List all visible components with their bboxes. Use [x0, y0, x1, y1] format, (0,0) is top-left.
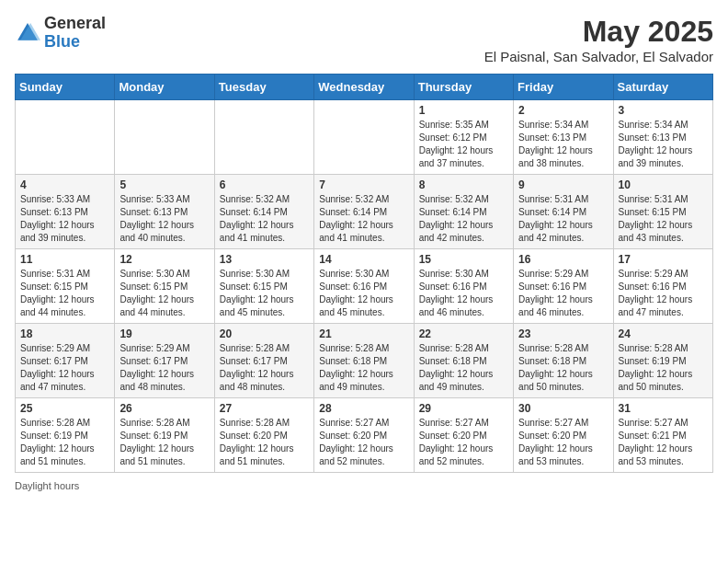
- day-info: Sunrise: 5:27 AMSunset: 6:21 PMDaylight:…: [619, 417, 708, 468]
- logo: General Blue: [15, 15, 106, 52]
- day-cell: 15Sunrise: 5:30 AMSunset: 6:16 PMDayligh…: [414, 249, 513, 324]
- day-info: Sunrise: 5:28 AMSunset: 6:20 PMDaylight:…: [220, 417, 309, 468]
- col-header-thursday: Thursday: [414, 75, 513, 100]
- day-info: Sunrise: 5:35 AMSunset: 6:12 PMDaylight:…: [419, 119, 508, 170]
- day-cell: [314, 100, 414, 175]
- daylight-label: Daylight hours: [15, 480, 79, 491]
- day-info: Sunrise: 5:32 AMSunset: 6:14 PMDaylight:…: [319, 193, 408, 245]
- day-number: 14: [319, 253, 408, 266]
- week-row-3: 18Sunrise: 5:29 AMSunset: 6:17 PMDayligh…: [16, 324, 713, 398]
- day-cell: 7Sunrise: 5:32 AMSunset: 6:14 PMDaylight…: [314, 175, 414, 249]
- day-info: Sunrise: 5:28 AMSunset: 6:17 PMDaylight:…: [220, 342, 309, 394]
- day-cell: 17Sunrise: 5:29 AMSunset: 6:16 PMDayligh…: [613, 249, 712, 324]
- day-number: 2: [518, 104, 608, 117]
- week-row-0: 1Sunrise: 5:35 AMSunset: 6:12 PMDaylight…: [16, 100, 713, 175]
- day-cell: 12Sunrise: 5:30 AMSunset: 6:15 PMDayligh…: [115, 249, 214, 324]
- day-cell: 18Sunrise: 5:29 AMSunset: 6:17 PMDayligh…: [16, 324, 115, 398]
- day-info: Sunrise: 5:30 AMSunset: 6:15 PMDaylight:…: [220, 268, 309, 319]
- col-header-monday: Monday: [115, 75, 214, 100]
- title-area: May 2025 El Paisnal, San Salvador, El Sa…: [484, 15, 713, 64]
- day-info: Sunrise: 5:30 AMSunset: 6:15 PMDaylight:…: [119, 268, 209, 319]
- day-number: 16: [518, 253, 608, 266]
- day-number: 30: [518, 402, 608, 415]
- day-info: Sunrise: 5:27 AMSunset: 6:20 PMDaylight:…: [319, 417, 408, 468]
- calendar: SundayMondayTuesdayWednesdayThursdayFrid…: [15, 74, 713, 473]
- day-cell: 2Sunrise: 5:34 AMSunset: 6:13 PMDaylight…: [514, 100, 613, 175]
- logo-icon: [15, 20, 40, 46]
- day-cell: 24Sunrise: 5:28 AMSunset: 6:19 PMDayligh…: [613, 324, 712, 398]
- day-number: 3: [619, 104, 708, 117]
- day-info: Sunrise: 5:27 AMSunset: 6:20 PMDaylight:…: [518, 417, 608, 468]
- day-number: 10: [619, 178, 708, 191]
- day-info: Sunrise: 5:30 AMSunset: 6:16 PMDaylight:…: [419, 268, 508, 319]
- day-cell: 22Sunrise: 5:28 AMSunset: 6:18 PMDayligh…: [414, 324, 513, 398]
- day-cell: 26Sunrise: 5:28 AMSunset: 6:19 PMDayligh…: [115, 398, 214, 473]
- day-info: Sunrise: 5:33 AMSunset: 6:13 PMDaylight:…: [119, 193, 209, 245]
- month-year: May 2025: [484, 15, 713, 49]
- day-number: 15: [419, 253, 508, 266]
- day-cell: 14Sunrise: 5:30 AMSunset: 6:16 PMDayligh…: [314, 249, 414, 324]
- logo-general: General: [44, 15, 106, 33]
- day-cell: 8Sunrise: 5:32 AMSunset: 6:14 PMDaylight…: [414, 175, 513, 249]
- day-number: 19: [119, 327, 209, 340]
- day-info: Sunrise: 5:31 AMSunset: 6:15 PMDaylight:…: [619, 193, 708, 245]
- day-cell: 20Sunrise: 5:28 AMSunset: 6:17 PMDayligh…: [214, 324, 313, 398]
- day-cell: 31Sunrise: 5:27 AMSunset: 6:21 PMDayligh…: [613, 398, 712, 473]
- col-header-wednesday: Wednesday: [314, 75, 414, 100]
- day-number: 21: [319, 327, 408, 340]
- col-header-tuesday: Tuesday: [214, 75, 313, 100]
- day-cell: 6Sunrise: 5:32 AMSunset: 6:14 PMDaylight…: [214, 175, 313, 249]
- day-number: 5: [119, 178, 209, 191]
- day-cell: 1Sunrise: 5:35 AMSunset: 6:12 PMDaylight…: [414, 100, 513, 175]
- day-info: Sunrise: 5:33 AMSunset: 6:13 PMDaylight:…: [20, 193, 109, 245]
- day-number: 22: [419, 327, 508, 340]
- day-cell: 21Sunrise: 5:28 AMSunset: 6:18 PMDayligh…: [314, 324, 414, 398]
- day-info: Sunrise: 5:29 AMSunset: 6:16 PMDaylight:…: [518, 268, 608, 319]
- day-cell: 23Sunrise: 5:28 AMSunset: 6:18 PMDayligh…: [514, 324, 613, 398]
- day-info: Sunrise: 5:29 AMSunset: 6:16 PMDaylight:…: [619, 268, 708, 319]
- day-cell: 28Sunrise: 5:27 AMSunset: 6:20 PMDayligh…: [314, 398, 414, 473]
- week-row-1: 4Sunrise: 5:33 AMSunset: 6:13 PMDaylight…: [16, 175, 713, 249]
- day-info: Sunrise: 5:28 AMSunset: 6:19 PMDaylight:…: [20, 417, 109, 468]
- logo-text: General Blue: [44, 15, 106, 52]
- day-number: 9: [518, 178, 608, 191]
- day-cell: 19Sunrise: 5:29 AMSunset: 6:17 PMDayligh…: [115, 324, 214, 398]
- day-info: Sunrise: 5:31 AMSunset: 6:15 PMDaylight:…: [20, 268, 109, 319]
- day-number: 6: [220, 178, 309, 191]
- day-number: 13: [220, 253, 309, 266]
- day-info: Sunrise: 5:28 AMSunset: 6:19 PMDaylight:…: [619, 342, 708, 394]
- day-number: 23: [518, 327, 608, 340]
- day-cell: 16Sunrise: 5:29 AMSunset: 6:16 PMDayligh…: [514, 249, 613, 324]
- header: General Blue May 2025 El Paisnal, San Sa…: [15, 15, 713, 64]
- col-header-sunday: Sunday: [16, 75, 115, 100]
- day-info: Sunrise: 5:27 AMSunset: 6:20 PMDaylight:…: [419, 417, 508, 468]
- day-number: 26: [119, 402, 209, 415]
- day-number: 24: [619, 327, 708, 340]
- day-number: 20: [220, 327, 309, 340]
- day-number: 12: [119, 253, 209, 266]
- day-cell: [214, 100, 313, 175]
- day-info: Sunrise: 5:28 AMSunset: 6:18 PMDaylight:…: [319, 342, 408, 394]
- day-cell: [16, 100, 115, 175]
- header-row: SundayMondayTuesdayWednesdayThursdayFrid…: [16, 75, 713, 100]
- day-cell: 29Sunrise: 5:27 AMSunset: 6:20 PMDayligh…: [414, 398, 513, 473]
- day-number: 27: [220, 402, 309, 415]
- day-cell: 25Sunrise: 5:28 AMSunset: 6:19 PMDayligh…: [16, 398, 115, 473]
- day-cell: 10Sunrise: 5:31 AMSunset: 6:15 PMDayligh…: [613, 175, 712, 249]
- day-cell: 5Sunrise: 5:33 AMSunset: 6:13 PMDaylight…: [115, 175, 214, 249]
- day-cell: [115, 100, 214, 175]
- day-number: 8: [419, 178, 508, 191]
- week-row-2: 11Sunrise: 5:31 AMSunset: 6:15 PMDayligh…: [16, 249, 713, 324]
- day-info: Sunrise: 5:29 AMSunset: 6:17 PMDaylight:…: [20, 342, 109, 394]
- day-number: 1: [419, 104, 508, 117]
- day-number: 11: [20, 253, 109, 266]
- day-cell: 30Sunrise: 5:27 AMSunset: 6:20 PMDayligh…: [514, 398, 613, 473]
- day-number: 29: [419, 402, 508, 415]
- day-info: Sunrise: 5:30 AMSunset: 6:16 PMDaylight:…: [319, 268, 408, 319]
- day-number: 28: [319, 402, 408, 415]
- day-number: 4: [20, 178, 109, 191]
- day-info: Sunrise: 5:28 AMSunset: 6:18 PMDaylight:…: [518, 342, 608, 394]
- day-number: 18: [20, 327, 109, 340]
- col-header-saturday: Saturday: [613, 75, 712, 100]
- day-info: Sunrise: 5:31 AMSunset: 6:14 PMDaylight:…: [518, 193, 608, 245]
